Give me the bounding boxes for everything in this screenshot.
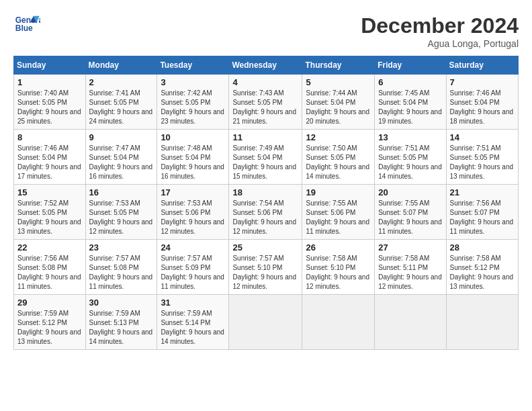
logo-icon: General Blue xyxy=(13,13,40,34)
day-number: 17 xyxy=(161,187,225,197)
day-number: 11 xyxy=(232,132,298,142)
day-info: Sunrise: 7:59 AMSunset: 5:14 PMDaylight:… xyxy=(161,309,225,347)
day-info: Sunrise: 7:52 AMSunset: 5:05 PMDaylight:… xyxy=(17,199,82,236)
day-info: Sunrise: 7:53 AMSunset: 5:05 PMDaylight:… xyxy=(89,199,154,236)
day-info: Sunrise: 7:54 AMSunset: 5:06 PMDaylight:… xyxy=(232,199,298,236)
day-info: Sunrise: 7:49 AMSunset: 5:04 PMDaylight:… xyxy=(232,144,298,181)
day-number: 22 xyxy=(17,242,82,253)
title-block: December 2024 Agua Longa, Portugal xyxy=(361,13,519,49)
calendar-cell xyxy=(229,295,302,350)
calendar-cell: 15Sunrise: 7:52 AMSunset: 5:05 PMDayligh… xyxy=(14,185,86,240)
header-thursday: Thursday xyxy=(302,56,375,75)
day-number: 30 xyxy=(89,298,154,308)
day-info: Sunrise: 7:57 AMSunset: 5:08 PMDaylight:… xyxy=(89,254,154,291)
day-number: 10 xyxy=(161,132,225,142)
day-number: 28 xyxy=(450,242,515,253)
calendar-cell: 26Sunrise: 7:58 AMSunset: 5:10 PMDayligh… xyxy=(302,240,375,295)
day-number: 16 xyxy=(89,187,154,197)
calendar-cell: 6Sunrise: 7:45 AMSunset: 5:04 PMDaylight… xyxy=(375,75,446,130)
calendar-cell: 3Sunrise: 7:42 AMSunset: 5:05 PMDaylight… xyxy=(157,75,229,130)
header-wednesday: Wednesday xyxy=(229,56,302,75)
day-info: Sunrise: 7:51 AMSunset: 5:05 PMDaylight:… xyxy=(450,144,515,181)
calendar-cell: 4Sunrise: 7:43 AMSunset: 5:05 PMDaylight… xyxy=(229,75,302,130)
week-row-1: 1Sunrise: 7:40 AMSunset: 5:05 PMDaylight… xyxy=(14,75,519,130)
day-number: 7 xyxy=(450,77,515,87)
week-row-2: 8Sunrise: 7:46 AMSunset: 5:04 PMDaylight… xyxy=(14,130,519,185)
header-tuesday: Tuesday xyxy=(157,56,229,75)
day-info: Sunrise: 7:46 AMSunset: 5:04 PMDaylight:… xyxy=(450,89,515,126)
month-title: December 2024 xyxy=(361,13,519,38)
day-info: Sunrise: 7:59 AMSunset: 5:13 PMDaylight:… xyxy=(89,309,154,347)
day-number: 19 xyxy=(306,187,371,197)
calendar-cell xyxy=(302,295,375,350)
calendar-cell: 17Sunrise: 7:53 AMSunset: 5:06 PMDayligh… xyxy=(157,185,229,240)
day-number: 6 xyxy=(378,77,442,87)
header-row: SundayMondayTuesdayWednesdayThursdayFrid… xyxy=(14,56,519,75)
day-info: Sunrise: 7:45 AMSunset: 5:04 PMDaylight:… xyxy=(378,89,442,126)
day-number: 23 xyxy=(89,242,154,253)
day-info: Sunrise: 7:56 AMSunset: 5:08 PMDaylight:… xyxy=(17,254,82,291)
day-info: Sunrise: 7:58 AMSunset: 5:11 PMDaylight:… xyxy=(378,254,442,291)
calendar-cell: 1Sunrise: 7:40 AMSunset: 5:05 PMDaylight… xyxy=(14,75,86,130)
day-number: 12 xyxy=(306,132,371,142)
day-number: 24 xyxy=(161,242,225,253)
day-number: 2 xyxy=(89,77,154,87)
day-info: Sunrise: 7:43 AMSunset: 5:05 PMDaylight:… xyxy=(232,89,298,126)
day-number: 25 xyxy=(232,242,298,253)
day-info: Sunrise: 7:46 AMSunset: 5:04 PMDaylight:… xyxy=(17,144,82,181)
calendar-cell: 12Sunrise: 7:50 AMSunset: 5:05 PMDayligh… xyxy=(302,130,375,185)
calendar-cell xyxy=(375,295,446,350)
day-number: 1 xyxy=(17,77,82,87)
calendar-cell: 13Sunrise: 7:51 AMSunset: 5:05 PMDayligh… xyxy=(375,130,446,185)
day-info: Sunrise: 7:50 AMSunset: 5:05 PMDaylight:… xyxy=(306,144,371,181)
calendar-table: SundayMondayTuesdayWednesdayThursdayFrid… xyxy=(13,56,519,350)
calendar-cell: 7Sunrise: 7:46 AMSunset: 5:04 PMDaylight… xyxy=(446,75,518,130)
day-info: Sunrise: 7:58 AMSunset: 5:12 PMDaylight:… xyxy=(450,254,515,291)
day-number: 9 xyxy=(89,132,154,142)
calendar-cell: 5Sunrise: 7:44 AMSunset: 5:04 PMDaylight… xyxy=(302,75,375,130)
calendar-cell: 18Sunrise: 7:54 AMSunset: 5:06 PMDayligh… xyxy=(229,185,302,240)
location-label: Agua Longa, Portugal xyxy=(361,38,519,49)
day-number: 3 xyxy=(161,77,225,87)
calendar-cell: 27Sunrise: 7:58 AMSunset: 5:11 PMDayligh… xyxy=(375,240,446,295)
calendar-cell: 25Sunrise: 7:57 AMSunset: 5:10 PMDayligh… xyxy=(229,240,302,295)
day-info: Sunrise: 7:55 AMSunset: 5:07 PMDaylight:… xyxy=(378,199,442,236)
day-number: 18 xyxy=(232,187,298,197)
day-info: Sunrise: 7:58 AMSunset: 5:10 PMDaylight:… xyxy=(306,254,371,291)
day-info: Sunrise: 7:48 AMSunset: 5:04 PMDaylight:… xyxy=(161,144,225,181)
day-info: Sunrise: 7:47 AMSunset: 5:04 PMDaylight:… xyxy=(89,144,154,181)
calendar-cell xyxy=(446,295,518,350)
logo: General Blue xyxy=(13,13,43,34)
calendar-cell: 20Sunrise: 7:55 AMSunset: 5:07 PMDayligh… xyxy=(375,185,446,240)
calendar-cell: 10Sunrise: 7:48 AMSunset: 5:04 PMDayligh… xyxy=(157,130,229,185)
day-number: 21 xyxy=(450,187,515,197)
calendar-cell: 31Sunrise: 7:59 AMSunset: 5:14 PMDayligh… xyxy=(157,295,229,350)
day-number: 27 xyxy=(378,242,442,253)
week-row-4: 22Sunrise: 7:56 AMSunset: 5:08 PMDayligh… xyxy=(14,240,519,295)
day-info: Sunrise: 7:44 AMSunset: 5:04 PMDaylight:… xyxy=(306,89,371,126)
header-monday: Monday xyxy=(85,56,157,75)
week-row-5: 29Sunrise: 7:59 AMSunset: 5:12 PMDayligh… xyxy=(14,295,519,350)
calendar-cell: 14Sunrise: 7:51 AMSunset: 5:05 PMDayligh… xyxy=(446,130,518,185)
week-row-3: 15Sunrise: 7:52 AMSunset: 5:05 PMDayligh… xyxy=(14,185,519,240)
day-number: 14 xyxy=(450,132,515,142)
page-header: General Blue December 2024 Agua Longa, P… xyxy=(13,13,519,49)
day-number: 31 xyxy=(161,298,225,308)
day-info: Sunrise: 7:42 AMSunset: 5:05 PMDaylight:… xyxy=(161,89,225,126)
day-info: Sunrise: 7:40 AMSunset: 5:05 PMDaylight:… xyxy=(17,89,82,126)
day-info: Sunrise: 7:59 AMSunset: 5:12 PMDaylight:… xyxy=(17,309,82,347)
svg-text:Blue: Blue xyxy=(15,24,33,33)
calendar-cell: 29Sunrise: 7:59 AMSunset: 5:12 PMDayligh… xyxy=(14,295,86,350)
header-friday: Friday xyxy=(375,56,446,75)
header-sunday: Sunday xyxy=(14,56,86,75)
day-info: Sunrise: 7:57 AMSunset: 5:10 PMDaylight:… xyxy=(232,254,298,291)
calendar-cell: 8Sunrise: 7:46 AMSunset: 5:04 PMDaylight… xyxy=(14,130,86,185)
day-number: 13 xyxy=(378,132,442,142)
day-info: Sunrise: 7:57 AMSunset: 5:09 PMDaylight:… xyxy=(161,254,225,291)
day-info: Sunrise: 7:55 AMSunset: 5:06 PMDaylight:… xyxy=(306,199,371,236)
day-number: 4 xyxy=(232,77,298,87)
day-number: 8 xyxy=(17,132,82,142)
calendar-cell: 28Sunrise: 7:58 AMSunset: 5:12 PMDayligh… xyxy=(446,240,518,295)
day-info: Sunrise: 7:53 AMSunset: 5:06 PMDaylight:… xyxy=(161,199,225,236)
calendar-cell: 9Sunrise: 7:47 AMSunset: 5:04 PMDaylight… xyxy=(85,130,157,185)
